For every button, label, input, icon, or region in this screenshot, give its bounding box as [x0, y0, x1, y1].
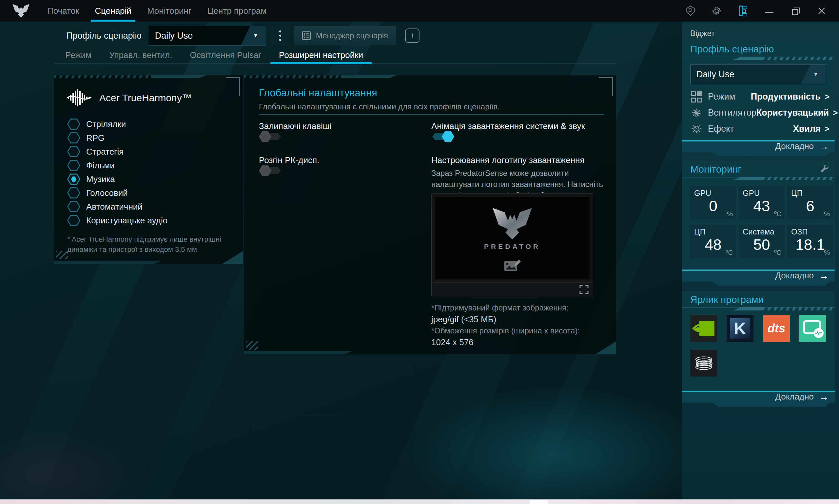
header-hatch-decor — [733, 307, 835, 310]
predatorsense-window: Початок Сценарій Моніторинг Центр програ… — [0, 0, 839, 504]
profile-card-more-button[interactable]: Докладно → — [682, 140, 835, 156]
profile-dropdown[interactable]: Daily Use ▼ — [149, 26, 266, 46]
tab-pulsar-lighting[interactable]: Освітлення Pulsar — [190, 49, 262, 64]
widget-profile-dropdown[interactable]: Daily Use ▼ — [690, 65, 826, 84]
fullscreen-icon[interactable] — [579, 285, 589, 294]
profile-menu-button[interactable] — [272, 26, 289, 45]
audio-option-auto[interactable]: Автоматичний — [67, 201, 235, 212]
row-value: Продуктивність — [751, 92, 821, 102]
lcd-overdrive-toggle[interactable] — [260, 167, 281, 174]
more-label: Докладно — [775, 270, 814, 281]
audio-option-label: Стратегія — [86, 147, 124, 157]
app-icon-killer[interactable]: K — [727, 315, 753, 342]
header-hatch-decor — [733, 57, 835, 60]
row-label: Ефект — [708, 124, 734, 134]
panel-bottom-decor — [246, 341, 258, 350]
sticky-keys-label: Залипаючі клавіші — [259, 121, 331, 131]
format-value: jpeg/gif (<35 МБ) — [431, 314, 496, 325]
widget-monitoring-title: Моніторинг — [682, 161, 835, 178]
info-icon[interactable]: i — [405, 29, 419, 43]
audio-option-rpg[interactable]: RPG — [67, 132, 235, 143]
boot-animation-toggle[interactable] — [432, 133, 453, 140]
app-icon-dts[interactable]: dts — [763, 315, 790, 342]
audio-option-label: Користувацьке аудіо — [86, 215, 168, 226]
trueharmony-header: Acer TrueHarmony™ — [67, 88, 192, 107]
row-value: Хвиля — [793, 124, 821, 134]
audio-option-strategy[interactable]: Стратегія — [67, 146, 235, 157]
apps-more-button[interactable]: Докладно → — [682, 391, 835, 407]
monitor-tile-cpu-load: ЦП 6 % — [787, 186, 833, 220]
hex-radio-icon — [67, 187, 80, 198]
settings-gear-icon[interactable] — [711, 5, 722, 16]
boot-logo-screen: PREDATOR — [435, 197, 590, 280]
app-icon-nvidia[interactable] — [690, 315, 717, 342]
restore-icon[interactable] — [790, 5, 801, 16]
audio-option-label: Фільми — [86, 160, 115, 170]
nav-item-app-center[interactable]: Центр програм — [199, 0, 274, 22]
light-effect-icon — [690, 123, 703, 135]
global-settings-panel: Глобальні налаштування Глобальні налашту… — [244, 75, 616, 354]
monitor-tile-cpu-temp: ЦП 48 ºC — [690, 224, 736, 258]
boot-animation-label: Анімація завантаження системи & звук — [431, 121, 585, 131]
tab-fan-control[interactable]: Управл. вентил. — [109, 49, 172, 64]
fan-icon — [690, 107, 703, 119]
app-icon-spiral[interactable] — [690, 350, 717, 377]
audio-option-music[interactable]: Музика — [67, 174, 235, 185]
titlebar: Початок Сценарій Моніторинг Центр програ… — [0, 0, 839, 22]
nav-item-home[interactable]: Початок — [39, 0, 87, 22]
taskbar-item[interactable] — [530, 500, 548, 504]
trueharmony-title: Acer TrueHarmony™ — [99, 92, 192, 104]
widget-panel-icon[interactable] — [737, 5, 749, 16]
audio-option-voice[interactable]: Голосовий — [67, 187, 235, 198]
scenario-manager-button[interactable]: Менеджер сценарія — [294, 26, 396, 45]
panel-corner-bracket — [226, 77, 240, 96]
section-divider — [259, 114, 604, 114]
panel-bottom-decor — [244, 351, 352, 354]
sticky-keys-toggle[interactable] — [260, 133, 281, 140]
app-icon-display-widget[interactable] — [799, 315, 826, 342]
size-limit-value: 1024 x 576 — [431, 337, 474, 347]
hex-radio-icon — [67, 174, 80, 185]
planet9-icon[interactable] — [685, 5, 696, 16]
audio-option-label: Стрілялки — [86, 119, 126, 129]
image-edit-icon[interactable] — [504, 259, 521, 273]
row-value: Користувацький — [756, 108, 829, 118]
nav-item-monitoring[interactable]: Моніторинг — [139, 0, 199, 22]
predator-emblem-icon — [491, 208, 534, 239]
trueharmony-waveform-icon — [67, 88, 91, 107]
more-label: Докладно — [775, 392, 814, 402]
monitor-tile-system-temp: Система 50 ºC — [739, 224, 785, 258]
minimize-icon[interactable] — [764, 5, 775, 16]
nav-item-scenario[interactable]: Сценарій — [87, 0, 139, 22]
header-hatch-decor — [733, 177, 835, 180]
widget-row-effect[interactable]: Ефект Хвиля > — [682, 121, 835, 137]
audio-option-shooters[interactable]: Стрілялки — [67, 119, 235, 130]
widget-row-fan[interactable]: Вентилятор Користувацький > — [682, 105, 835, 121]
audio-option-movies[interactable]: Фільми — [67, 160, 235, 171]
close-icon[interactable] — [816, 5, 827, 16]
tab-mode[interactable]: Режим — [65, 49, 91, 64]
widget-monitoring-card: Моніторинг GPU 0 % GPU 43 ºC ЦП — [682, 161, 835, 282]
panel-hatch-decor — [244, 75, 398, 78]
format-label: *Підтримуваний формат зображення: — [431, 303, 569, 312]
wrench-icon[interactable] — [820, 164, 829, 174]
arrow-right-icon: → — [819, 271, 829, 281]
boot-logo-title: Настроювання логотипу завантаження — [431, 155, 584, 165]
tab-advanced-settings[interactable]: Розширені настройки — [279, 49, 363, 64]
windows-taskbar-strip[interactable] — [0, 500, 839, 504]
audio-option-label: Автоматичний — [86, 202, 143, 212]
trueharmony-panel: Acer TrueHarmony™ Стрілялки RPG Стратегі… — [54, 75, 243, 264]
audio-option-custom[interactable]: Користувацьке аудіо — [67, 215, 235, 226]
audio-profile-list: Стрілялки RPG Стратегія Фільми Музика Го… — [67, 119, 235, 229]
profile-dropdown-value: Daily Use — [149, 31, 193, 41]
row-label: Режим — [708, 92, 735, 102]
global-settings-subtitle: Глобальні налаштування є спільними для в… — [259, 102, 500, 111]
hex-radio-icon — [67, 160, 80, 171]
widget-apps-card: Ярлик програми K dts — [682, 291, 835, 403]
monitoring-more-button[interactable]: Докладно → — [682, 270, 835, 286]
arrow-right-icon: → — [819, 142, 829, 151]
widget-row-mode[interactable]: Режим Продуктивність > — [682, 89, 835, 105]
boot-logo-preview: PREDATOR — [431, 193, 593, 298]
widget-label: Віджет — [690, 29, 715, 38]
hex-radio-icon — [67, 215, 80, 226]
